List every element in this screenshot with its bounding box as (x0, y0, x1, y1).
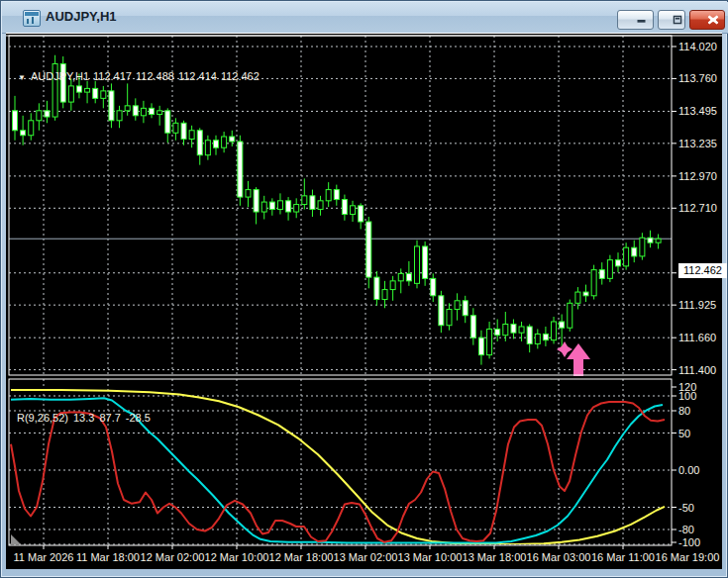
candle-body (125, 106, 130, 111)
candle-body (37, 111, 42, 121)
candle-body (76, 86, 81, 92)
candle-body (423, 246, 428, 278)
candle-body (189, 131, 194, 140)
candle-body (463, 301, 468, 316)
time-axis-label: 13 Mar 10:00 (398, 551, 463, 563)
pane-resize-grip[interactable] (11, 534, 21, 544)
candle-body (294, 205, 299, 212)
price-axis-label: 112.710 (678, 202, 717, 214)
ohlc-low: 112.414 (178, 70, 217, 82)
candle-body (560, 322, 565, 328)
candle-body (286, 201, 291, 212)
candle-body (214, 141, 219, 147)
candle-body (640, 238, 645, 256)
candle-body (150, 108, 155, 114)
minimize-icon (624, 12, 659, 28)
candle-body (173, 123, 178, 133)
chart-document-icon (23, 10, 41, 27)
candle-body (487, 329, 492, 354)
candle-body (511, 324, 516, 333)
candle-body (648, 238, 653, 242)
candle-body (205, 141, 210, 155)
candles-layer[interactable] (13, 55, 662, 365)
time-axis-label: 13 Mar 02:00 (334, 551, 398, 563)
candle-body (101, 91, 106, 98)
minimize-button[interactable] (617, 10, 654, 30)
price-axis-label: 111.400 (678, 364, 716, 376)
candle-body (470, 316, 475, 337)
candle-body (382, 290, 387, 300)
ohlc-high: 112.488 (136, 70, 174, 82)
indicator-name: R(9,26,52) (17, 412, 68, 424)
chart-window: AUDJPY,H1 114.020113.760113.495113.23511… (0, 0, 728, 578)
candle-body (632, 247, 637, 256)
close-button[interactable] (689, 10, 725, 30)
candle-body (599, 270, 604, 279)
candle-body (29, 121, 34, 136)
candle-body (575, 292, 580, 303)
indicator-axis-label: -100 (678, 536, 700, 548)
candle-body (254, 190, 259, 212)
candle-body (374, 277, 379, 299)
candle-body (326, 190, 331, 201)
buy-signal-arrow-icon[interactable] (557, 341, 590, 376)
time-axis-label: 12 Mar 10:00 (205, 551, 269, 563)
ohlc-symbol: AUDJPY,H1 (31, 70, 89, 82)
current-price-label: 112.462 (678, 263, 727, 278)
restore-button[interactable] (658, 10, 685, 30)
price-chart-canvas[interactable]: 114.020113.760113.495113.235112.970112.7… (6, 35, 722, 569)
candle-body (302, 196, 307, 205)
indicator-axis-label: -50 (678, 502, 694, 514)
candle-body (406, 273, 411, 280)
candle-body (527, 327, 532, 343)
price-axis-label: 111.925 (678, 299, 716, 311)
restore-icon (665, 12, 690, 28)
candle-body (616, 260, 621, 266)
candle-body (318, 201, 323, 210)
candle-body (222, 137, 227, 147)
candle-body (261, 202, 266, 212)
candle-body (552, 322, 557, 340)
time-axis-label: 16 Mar 11:00 (591, 551, 655, 563)
indicator-axis-label: 80 (678, 405, 690, 417)
candle-body (277, 201, 282, 210)
chart-ohlc-header: ▼AUDJPY,H1112.417112.488112.414112.462 (18, 70, 263, 82)
candle-body (351, 206, 356, 215)
candle-body (455, 301, 460, 310)
candle-body (342, 200, 347, 215)
candle-body (503, 324, 508, 335)
candle-body (390, 281, 395, 290)
time-axis-label: 12 Mar 18:00 (269, 551, 334, 563)
price-axis-label: 113.495 (678, 105, 717, 117)
time-axis-label: 13 Mar 18:00 (463, 551, 527, 563)
time-axis-label: 11 Mar 2026 (14, 551, 74, 563)
candle-body (359, 206, 364, 222)
indicator-axis-label: 100 (678, 390, 696, 402)
candle-body (543, 334, 548, 339)
candle-body (269, 202, 274, 209)
candle-body (45, 111, 50, 117)
candle-body (519, 327, 524, 333)
symbol-dropdown-icon[interactable]: ▼ (18, 73, 26, 82)
candle-body (656, 239, 661, 242)
candle-body (495, 329, 500, 335)
close-icon (696, 12, 728, 28)
candle-body (478, 337, 483, 354)
candle-body (21, 131, 26, 136)
chart-client-area: 114.020113.760113.495113.235112.970112.7… (6, 33, 722, 569)
candle-body (238, 142, 243, 197)
candle-body (85, 88, 90, 92)
price-axis-label: 112.970 (678, 170, 717, 182)
title-bar[interactable]: AUDJPY,H1 (2, 2, 728, 34)
candle-body (398, 273, 403, 280)
candle-body (366, 222, 371, 277)
time-axis-label: 11 Mar 18:00 (76, 551, 140, 563)
indicator-value-3: -28.5 (126, 412, 151, 424)
ohlc-close: 112.462 (221, 70, 260, 82)
candle-body (431, 278, 436, 295)
indicator-value-2: 87.7 (99, 412, 120, 424)
indicator-axis-label: 0.00 (678, 464, 699, 476)
price-axis-label: 113.235 (678, 138, 717, 149)
candle-body (415, 246, 420, 283)
candle-body (109, 91, 114, 121)
